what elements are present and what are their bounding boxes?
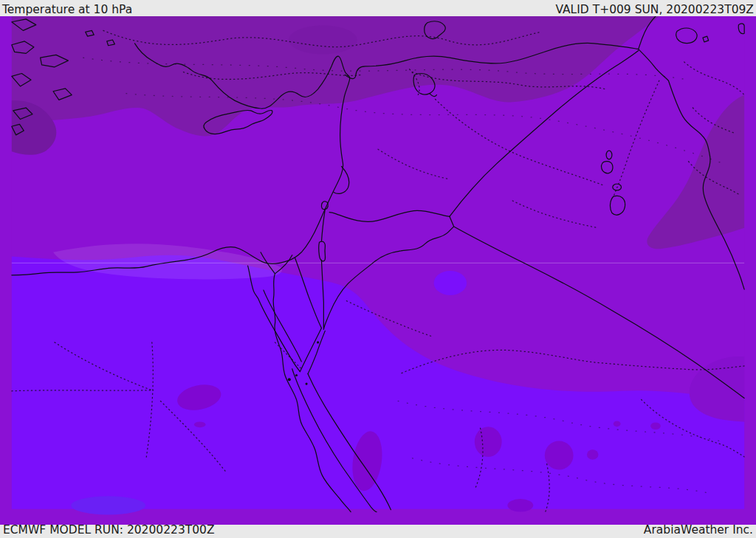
purple-blob	[614, 421, 621, 427]
band-darkest-anatolia-patch	[289, 26, 357, 55]
brand-label: ArabiaWeather Inc.	[644, 525, 753, 537]
purple-blob	[587, 449, 599, 460]
model-run-label: ECMWF MODEL RUN: 20200223T00Z	[3, 525, 215, 537]
island-dot	[295, 374, 298, 376]
weather-map-header: Temperature at 10 hPa VALID T+009 SUN, 2…	[0, 0, 756, 16]
weather-map-app: Temperature at 10 hPa VALID T+009 SUN, 2…	[0, 0, 756, 538]
map-title: Temperature at 10 hPa	[2, 4, 132, 16]
valid-time-label: VALID T+009 SUN, 20200223T09Z	[555, 4, 754, 16]
band-bright-jordan-blob	[434, 271, 467, 295]
island-dot	[288, 378, 291, 381]
weather-map-footer: ECMWF MODEL RUN: 20200223T00Z ArabiaWeat…	[0, 525, 756, 538]
temperature-bands	[12, 16, 744, 514]
purple-blob	[650, 422, 661, 430]
purple-blob	[194, 421, 206, 427]
weather-map-canvas	[0, 16, 756, 525]
purple-blob	[545, 441, 574, 470]
island-dot	[306, 383, 308, 385]
purple-blob	[507, 499, 533, 511]
blue-violet-blob	[71, 496, 145, 514]
purple-blob	[475, 427, 502, 457]
island-dot	[317, 341, 319, 343]
